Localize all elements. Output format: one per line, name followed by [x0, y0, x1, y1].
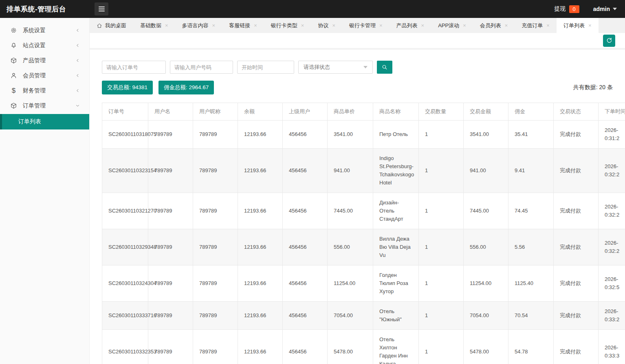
column-header-order_no: 订单号	[102, 103, 148, 121]
cell-nickname: 789789	[193, 229, 238, 265]
table-body: SC2603011031807578978978978912193.664564…	[102, 121, 625, 364]
cell-product_name: Indigo St.Petersburg-Tchaikovskogo Hotel	[373, 149, 419, 193]
status-select[interactable]: 请选择状态	[298, 61, 373, 74]
trade-total-badge[interactable]: 交易总额: 94381	[102, 81, 153, 94]
gear-icon	[10, 27, 17, 34]
tab-label: APP滚动	[438, 22, 459, 29]
sidebar-item-财务管理[interactable]: $财务管理	[0, 83, 89, 98]
tab-银行卡类型[interactable]: 银行卡类型×	[264, 18, 311, 33]
tab-客服链接[interactable]: 客服链接×	[222, 18, 264, 33]
cell-balance: 12193.66	[238, 229, 283, 265]
sidebar: 系统设置站点设置产品管理会员管理$财务管理订单管理订单列表	[0, 18, 90, 364]
tab-label: 多语言内容	[182, 22, 209, 29]
tab-label: 产品列表	[396, 22, 418, 29]
cell-balance: 12193.66	[238, 265, 283, 302]
sidebar-item-会员管理[interactable]: 会员管理	[0, 68, 89, 83]
home-icon	[97, 23, 102, 29]
column-header-balance: 余额	[238, 103, 283, 121]
cell-product_name: Отель Хилтон Гарден Инн Калуга	[373, 330, 419, 364]
column-header-time: 下单时间	[599, 103, 625, 121]
cell-username: 789789	[148, 229, 193, 265]
user-icon	[10, 72, 17, 79]
close-tab-icon[interactable]: ×	[301, 23, 304, 28]
close-tab-icon[interactable]: ×	[212, 23, 216, 28]
cell-parent_user: 456456	[283, 149, 328, 193]
close-tab-icon[interactable]: ×	[332, 23, 335, 28]
chevron-down-icon	[75, 103, 80, 108]
content: 请选择状态 交易总额: 94381 佣金总额: 2964.67 共有数据: 20…	[90, 50, 625, 364]
cell-parent_user: 456456	[283, 302, 328, 330]
sidebar-item-label: 会员管理	[23, 72, 46, 79]
tab-APP滚动[interactable]: APP滚动×	[431, 18, 473, 33]
column-header-username: 用户名	[148, 103, 193, 121]
tab-产品列表[interactable]: 产品列表×	[390, 18, 431, 33]
close-tab-icon[interactable]: ×	[379, 23, 383, 28]
cell-status: 完成付款	[554, 265, 599, 302]
cell-username: 789789	[148, 149, 193, 193]
cell-status: 完成付款	[554, 302, 599, 330]
cell-time-line: 2026-	[605, 239, 625, 247]
tab-基础数据[interactable]: 基础数据×	[133, 18, 175, 33]
user-menu[interactable]: admin	[593, 6, 617, 12]
tab-多语言内容[interactable]: 多语言内容×	[175, 18, 222, 33]
cell-quantity: 1	[419, 149, 464, 193]
user-no-input[interactable]	[170, 61, 233, 74]
sidebar-item-产品管理[interactable]: 产品管理	[0, 53, 89, 68]
cell-order_no: SC26030110329348	[102, 229, 148, 265]
tab-订单列表[interactable]: 订单列表×	[557, 18, 599, 33]
cell-time-line: 0:33:3	[605, 352, 625, 360]
close-tab-icon[interactable]: ×	[165, 23, 168, 28]
cell-order_no: SC26030110333716	[102, 302, 148, 330]
commission-total-badge[interactable]: 佣金总额: 2964.67	[158, 81, 214, 94]
sidebar-item-站点设置[interactable]: 站点设置	[0, 38, 89, 53]
cell-time-line: 2026-	[605, 203, 625, 211]
close-tab-icon[interactable]: ×	[588, 23, 592, 28]
cell-unit_price: 5478.00	[328, 330, 373, 364]
cell-time-line: 0:32:5	[605, 283, 625, 292]
search-button[interactable]	[377, 61, 392, 74]
cell-amount: 941.00	[464, 149, 508, 193]
refresh-button[interactable]	[603, 35, 615, 47]
cell-unit_price: 7445.00	[328, 193, 373, 229]
search-icon	[381, 64, 388, 70]
cell-time: 2026-0:31:2	[599, 121, 625, 149]
cell-username: 789789	[148, 330, 193, 364]
tab-我的桌面[interactable]: 我的桌面	[90, 18, 133, 33]
withdraw-link[interactable]: 提现	[555, 5, 566, 13]
cell-commission: 9.41	[508, 149, 554, 193]
sidebar-item-系统设置[interactable]: 系统设置	[0, 23, 89, 38]
cell-status: 完成付款	[554, 330, 599, 364]
sidebar-item-订单管理[interactable]: 订单管理	[0, 98, 89, 113]
start-time-input[interactable]	[237, 61, 294, 74]
close-tab-icon[interactable]: ×	[254, 23, 257, 28]
close-tab-icon[interactable]: ×	[505, 23, 508, 28]
cube-icon	[10, 102, 17, 109]
tab-充值订单[interactable]: 充值订单×	[515, 18, 557, 33]
table-row: SC2603011033371678978978978912193.664564…	[102, 302, 625, 330]
hamburger-icon	[99, 7, 105, 7]
close-tab-icon[interactable]: ×	[421, 23, 425, 28]
cell-time-line: 2026-	[605, 162, 625, 171]
menu-toggle-button[interactable]	[95, 2, 108, 15]
status-select-value: 请选择状态	[304, 64, 330, 71]
close-tab-icon[interactable]: ×	[463, 23, 466, 28]
column-header-status: 交易状态	[554, 103, 599, 121]
cell-commission: 35.41	[508, 121, 554, 149]
tab-会员列表[interactable]: 会员列表×	[473, 18, 515, 33]
column-header-amount: 交易金额	[464, 103, 508, 121]
cell-parent_user: 456456	[283, 265, 328, 302]
tab-协议[interactable]: 协议×	[311, 18, 342, 33]
column-header-product_name: 商品名称	[373, 103, 419, 121]
order-no-input[interactable]	[102, 61, 166, 74]
tab-银行卡管理[interactable]: 银行卡管理×	[342, 18, 390, 33]
close-tab-icon[interactable]: ×	[546, 23, 550, 28]
app-title: 排单系统-管理后台	[0, 4, 90, 14]
sidebar-subitem-订单列表[interactable]: 订单列表	[0, 114, 89, 129]
cell-nickname: 789789	[193, 149, 238, 193]
cell-amount: 7445.00	[464, 193, 508, 229]
cell-time-line: 0:33:2	[605, 316, 625, 324]
cell-time: 2026-0:32:5	[599, 265, 625, 302]
cell-quantity: 1	[419, 330, 464, 364]
cell-commission: 54.78	[508, 330, 554, 364]
withdraw-count-badge[interactable]: 0	[569, 5, 579, 13]
